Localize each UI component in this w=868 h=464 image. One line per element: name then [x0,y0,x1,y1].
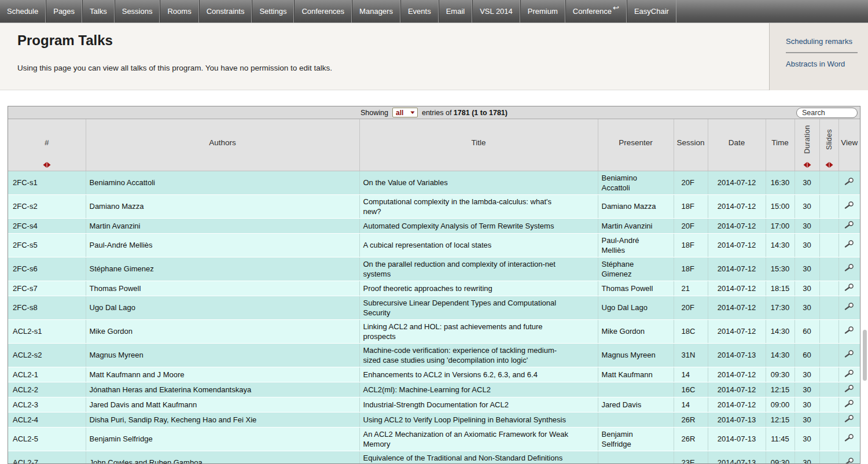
search-input[interactable] [796,108,858,118]
magnifier-icon [844,201,854,209]
view-talk-button[interactable] [844,201,854,209]
nav-tab-events[interactable]: Events [400,0,439,23]
cell-presenter: Beniamino Accattoli [598,171,674,194]
column-label: Authors [209,138,236,146]
magnifier-icon [844,220,854,229]
cell-duration: 30 [795,382,819,397]
cell-date: 2014-07-13 [708,427,766,451]
cell-id: ACL2-2 [8,382,86,397]
entries-total: 1781 [454,109,470,117]
nav-tab-schedule[interactable]: Schedule [0,0,46,23]
view-talk-button[interactable] [844,433,854,442]
cell-view [838,233,860,257]
cell-view [838,451,860,464]
nav-tab-settings[interactable]: Settings [252,0,294,23]
cell-date: 2014-07-12 [708,218,766,233]
scrollbar-thumb[interactable] [863,330,867,381]
view-talk-button[interactable] [844,457,854,464]
column-header-authors: Authors [86,119,359,171]
cell-id: 2FC-s1 [8,171,86,194]
cell-slides [819,218,838,233]
column-header-slides[interactable]: Slides [819,119,838,171]
view-talk-button[interactable] [844,384,854,393]
nav-tab-talks[interactable]: Talks [82,0,115,23]
sort-arrows[interactable] [43,162,50,168]
view-talk-button[interactable] [844,240,854,248]
nav-tab-email[interactable]: Email [439,0,473,23]
cell-slides [819,319,838,343]
sort-desc-icon [829,162,833,168]
column-label: # [45,138,49,146]
nav-tab-vsl-2014[interactable]: VSL 2014 [472,0,520,23]
nav-tab-sessions[interactable]: Sessions [115,0,160,23]
view-talk-button[interactable] [844,349,854,358]
magnifier-icon [844,349,854,358]
cell-id: 2FC-s6 [8,257,86,281]
cell-presenter: Ugo Dal Lago [598,296,674,319]
cell-authors: Benjamin Selfridge [86,427,359,451]
nav-tab-pages[interactable]: Pages [46,0,82,23]
cell-duration: 30 [795,367,819,382]
cell-title: Machine-code verification: experience of… [359,343,598,367]
cell-authors: Mike Gordon [86,319,359,343]
view-talk-button[interactable] [844,263,854,272]
cell-presenter: Matt Kaufmann [598,367,674,382]
nav-tab-conference[interactable]: Conference↩ [565,0,627,23]
cell-date: 2014-07-13 [708,451,766,464]
cell-id: 2FC-s7 [8,281,86,296]
cell-title: On the Value of Variables [359,171,598,194]
cell-time: 09:00 [766,397,795,412]
cell-presenter: Damiano Mazza [598,194,674,218]
cell-session: 31N [674,343,708,367]
chevron-down-icon: ▼ [409,110,416,115]
view-talk-button[interactable] [844,177,854,186]
cell-presenter: Mike Gordon [598,319,674,343]
cell-title: A cubical representation of local states [359,233,598,257]
nav-tab-label: VSL 2014 [480,7,513,16]
talk-row: 2FC-s4Martin AvanziniAutomated Complexit… [8,218,860,233]
nav-tab-easychair[interactable]: EasyChair [627,0,676,23]
column-header-id[interactable]: # [8,119,86,171]
talks-table-body: 2FC-s1Beniamino AccattoliOn the Value of… [8,171,860,464]
view-talk-button[interactable] [844,399,854,408]
cell-view [838,367,860,382]
view-talk-button[interactable] [844,283,854,292]
entries-text: entries of 1781 (1 to 1781) [422,109,507,117]
view-talk-button[interactable] [844,369,854,378]
nav-tab-premium[interactable]: Premium [520,0,565,23]
entries-per-page-select[interactable]: all ▼ [392,108,418,117]
sidebar-link-scheduling-remarks[interactable]: Scheduling remarks [786,37,868,46]
cell-time: 17:30 [766,296,795,319]
cell-authors: Disha Puri, Sandip Ray, Kecheng Hao and … [86,412,359,427]
sort-arrows[interactable] [825,162,833,168]
talk-row: ACL2-1Matt Kaufmann and J MooreEnhanceme… [8,367,860,382]
view-talk-button[interactable] [844,302,854,311]
cell-id: ACL2-1 [8,367,86,382]
cell-id: ACL2-5 [8,427,86,451]
cell-session: 16C [674,382,708,397]
cell-date: 2014-07-13 [708,412,766,427]
column-label: View [841,138,858,146]
cell-session: 18F [674,257,708,281]
nav-tab-constraints[interactable]: Constraints [199,0,252,23]
nav-tab-label: Constraints [207,7,245,16]
page-header: Program Talks Using this page you can vi… [0,23,868,90]
cell-view [838,397,860,412]
view-talk-button[interactable] [844,326,854,334]
cell-date: 2014-07-12 [708,382,766,397]
view-talk-button[interactable] [844,220,854,229]
magnifier-icon [844,414,854,423]
nav-tab-managers[interactable]: Managers [352,0,400,23]
cell-duration: 30 [795,194,819,218]
sort-arrows[interactable] [803,162,811,168]
cell-presenter [598,382,674,397]
entries-select-value: all [396,109,403,117]
cell-duration: 60 [795,319,819,343]
sidebar-link-abstracts-in-word[interactable]: Abstracts in Word [786,60,868,68]
sidebar-divider [786,52,858,53]
cell-authors: Thomas Powell [86,281,359,296]
column-header-duration[interactable]: Duration [795,119,819,171]
nav-tab-conferences[interactable]: Conferences [294,0,352,23]
nav-tab-rooms[interactable]: Rooms [160,0,198,23]
view-talk-button[interactable] [844,414,854,423]
